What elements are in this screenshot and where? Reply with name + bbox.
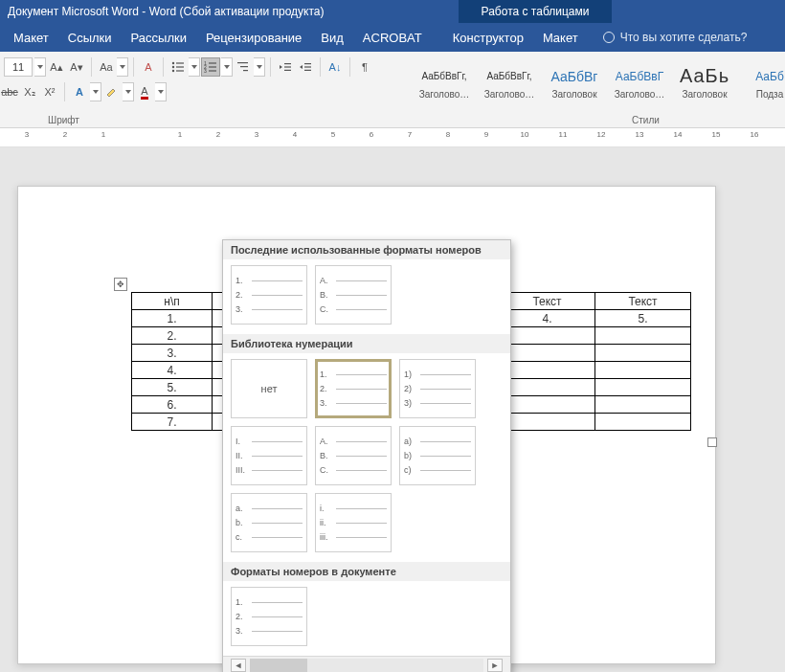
group-styles-label: Стили (632, 115, 660, 125)
svg-rect-17 (284, 70, 291, 71)
svg-rect-12 (237, 62, 248, 63)
change-case-icon[interactable]: Aa (97, 57, 116, 77)
numbering-format-tile[interactable]: 1.2.3. (315, 359, 392, 418)
font-size-dropdown-icon[interactable] (34, 57, 46, 77)
ribbon: 11 A▴ A▾ Aa A 123 A↓ ¶ abc (0, 52, 785, 128)
numbering-format-none[interactable]: нет (231, 359, 307, 418)
svg-rect-18 (304, 63, 311, 64)
tab-acrobat[interactable]: ACROBAT (353, 23, 432, 52)
dd-section-indoc: Форматы номеров в документе (223, 562, 510, 581)
tab-mailings[interactable]: Рассылки (122, 23, 196, 52)
svg-point-2 (172, 66, 174, 68)
font-color-dropdown-icon[interactable] (155, 82, 167, 101)
decrease-indent-icon[interactable] (276, 57, 295, 77)
group-font-label: Шрифт (48, 115, 79, 125)
increase-indent-icon[interactable] (296, 57, 315, 77)
table-resize-handle-icon[interactable] (707, 437, 717, 447)
multilevel-list-icon[interactable] (234, 57, 253, 77)
titlebar: Документ Microsoft Word - Word (Сбой акт… (0, 0, 785, 23)
numbering-format-tile[interactable]: 1)2)3) (399, 359, 476, 418)
show-marks-icon[interactable]: ¶ (355, 57, 374, 77)
style-item[interactable]: АаБбПодза (737, 56, 785, 109)
svg-point-4 (172, 70, 174, 72)
highlight-dropdown-icon[interactable] (123, 82, 134, 101)
scroll-left-icon[interactable]: ◄ (231, 659, 246, 672)
svg-rect-14 (243, 70, 248, 71)
numbering-format-tile[interactable]: A.B.C. (315, 265, 392, 325)
svg-rect-7 (209, 62, 216, 63)
bullets-dropdown-icon[interactable] (189, 57, 200, 77)
svg-rect-19 (304, 66, 311, 67)
window-title: Документ Microsoft Word - Word (Сбой акт… (8, 5, 325, 18)
numbering-format-tile[interactable]: I.II.III. (231, 426, 307, 485)
table-header[interactable]: Текст (500, 293, 595, 310)
tab-references[interactable]: Ссылки (58, 23, 122, 52)
text-effects-dropdown-icon[interactable] (90, 82, 101, 101)
svg-rect-3 (176, 66, 184, 67)
style-item[interactable]: АаБбВвГг,Заголово… (412, 56, 477, 109)
shrink-font-icon[interactable]: A▾ (67, 57, 86, 77)
style-item[interactable]: АаБбВвГг,Заголово… (477, 56, 542, 109)
tab-view[interactable]: Вид (311, 23, 353, 52)
sort-icon[interactable]: A↓ (325, 57, 345, 77)
numbering-format-tile[interactable]: 1.2.3. (231, 587, 307, 646)
clear-formatting-icon[interactable]: A (139, 57, 158, 77)
svg-rect-16 (284, 66, 291, 67)
dd-section-library: Библиотека нумерации (223, 334, 510, 353)
svg-rect-11 (209, 70, 216, 71)
scroll-right-icon[interactable]: ► (487, 659, 503, 672)
tab-table-design[interactable]: Конструктор (443, 23, 533, 52)
strikethrough-icon[interactable]: abc (0, 82, 19, 101)
svg-point-0 (172, 62, 174, 64)
text-effects-icon[interactable]: A (70, 82, 89, 101)
style-item[interactable]: АаБбВгЗаголовок (542, 56, 607, 109)
tab-review[interactable]: Рецензирование (196, 23, 311, 52)
dd-section-recent: Последние использованные форматы номеров (223, 240, 510, 259)
change-case-dropdown-icon[interactable] (117, 57, 128, 77)
svg-text:3: 3 (204, 68, 207, 73)
font-size-input[interactable]: 11 (4, 57, 33, 77)
svg-rect-15 (284, 63, 291, 64)
bullets-icon[interactable] (168, 57, 188, 77)
document-area: ✥ н\п Текст Текст 1.4.5. 2. 3. 4. 5. 6. … (0, 147, 785, 672)
svg-rect-5 (176, 70, 184, 71)
numbering-format-tile[interactable]: i.ii.iii. (315, 493, 392, 552)
tab-table-layout[interactable]: Макет (533, 23, 588, 52)
table-header[interactable]: н\п (132, 293, 213, 310)
subscript-icon[interactable]: X₂ (20, 82, 39, 101)
superscript-icon[interactable]: X² (40, 82, 59, 101)
table-header[interactable]: Текст (595, 293, 691, 310)
numbering-format-tile[interactable]: A.B.C. (315, 426, 392, 485)
font-color-icon[interactable]: A (135, 82, 154, 101)
tell-me[interactable]: Что вы хотите сделать? (588, 31, 748, 44)
svg-rect-20 (304, 70, 311, 71)
grow-font-icon[interactable]: A▴ (47, 57, 66, 77)
numbering-dropdown-icon[interactable] (221, 57, 233, 77)
tab-layout[interactable]: Макет (4, 23, 58, 52)
table-move-handle-icon[interactable]: ✥ (114, 278, 127, 291)
ribbon-tabs: Макет Ссылки Рассылки Рецензирование Вид… (0, 23, 785, 52)
highlight-icon[interactable] (102, 82, 122, 101)
svg-rect-13 (240, 66, 248, 67)
styles-gallery[interactable]: АаБбВвГг,Заголово… АаБбВвГг,Заголово… Аа… (412, 52, 785, 128)
ruler[interactable]: 3211234567891011121314151617 (0, 128, 785, 147)
multilevel-dropdown-icon[interactable] (254, 57, 265, 77)
numbering-format-tile[interactable]: a)b)c) (399, 426, 476, 485)
numbering-format-tile[interactable]: 1.2.3. (231, 265, 307, 325)
tell-me-label: Что вы хотите сделать? (620, 31, 748, 44)
style-item[interactable]: АаБбВвГЗаголово… (607, 56, 672, 109)
numbering-icon[interactable]: 123 (201, 57, 220, 77)
svg-rect-1 (176, 62, 184, 63)
style-item[interactable]: АаБьЗаголовок (672, 56, 737, 109)
numbering-dropdown: Последние использованные форматы номеров… (222, 239, 511, 672)
numbering-format-tile[interactable]: a.b.c. (231, 493, 307, 552)
lightbulb-icon (603, 32, 615, 43)
dd-scrollbar[interactable]: ◄ ► (223, 656, 510, 672)
svg-rect-9 (209, 66, 216, 67)
table-tools-label: Работа с таблицами (459, 0, 612, 23)
